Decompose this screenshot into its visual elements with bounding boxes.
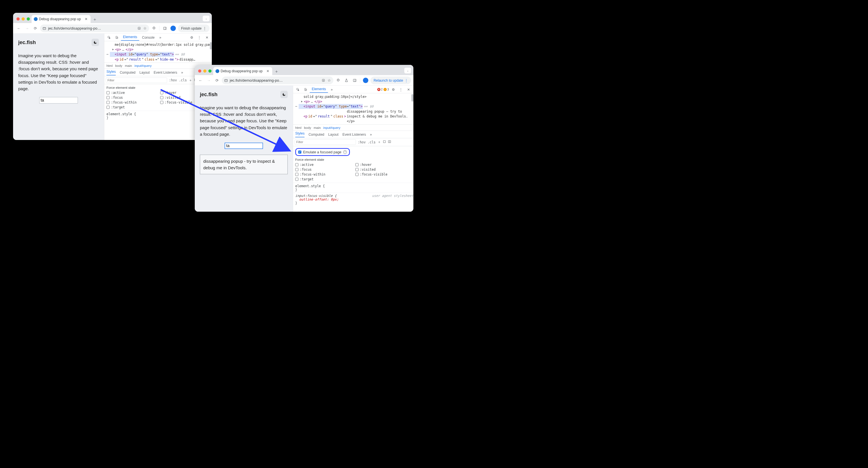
install-app-icon[interactable] [137,26,141,30]
checkbox-icon[interactable] [296,168,299,171]
tab-list-button[interactable]: ⌄ [404,68,411,74]
state-focus[interactable]: :focus [296,168,351,172]
checkbox-icon[interactable] [160,91,163,94]
styles-filter-input[interactable] [295,139,356,145]
dom-line[interactable]: <p id="result" class>dissappearing popup… [295,109,412,124]
checkbox-icon[interactable] [296,163,299,167]
subtab-computed[interactable]: Computed [120,70,135,75]
kebab-icon[interactable]: ⋮ [196,34,203,41]
subtab-event-listeners[interactable]: Event Listeners [343,132,366,136]
dom-line-selected[interactable]: ⋯ <input id="query" type="text"> == $0 [295,104,412,109]
address-bar[interactable]: jec.fish/demo/disappearing-po… ☆ [40,25,149,32]
hov-toggle[interactable]: :hov [169,78,177,82]
update-chip[interactable]: Finish update ⋮ [178,25,210,32]
new-tab-button[interactable]: ＋ [273,68,280,75]
dom-line[interactable]: <p id="result" class="hide-me">dissapp… [106,57,210,62]
state-active[interactable]: :active [106,91,156,95]
close-devtools-icon[interactable]: ✕ [204,34,210,41]
state-visited[interactable]: :visited [355,168,411,172]
crumb[interactable]: body [115,64,122,68]
dark-mode-toggle[interactable] [92,39,99,46]
new-rule-icon[interactable]: ＋ [378,140,381,145]
dom-line[interactable]: <p> … </p> [106,47,210,52]
crumb[interactable]: html [296,126,302,130]
extensions-icon[interactable] [335,77,341,84]
dom-tree[interactable]: me{display:none}#result{border:1px solid… [104,41,212,63]
checkbox-icon[interactable] [160,101,163,104]
scrollbar-thumb[interactable] [210,42,212,50]
bookmark-icon[interactable]: ☆ [327,78,331,82]
install-app-icon[interactable] [321,78,325,82]
inspect-icon[interactable] [106,34,113,41]
dark-mode-toggle[interactable] [280,91,288,98]
subtab-layout[interactable]: Layout [329,132,339,136]
cls-toggle[interactable]: .cls [368,140,376,144]
checkbox-icon[interactable] [355,173,359,176]
site-info-icon[interactable] [42,26,46,30]
subtab-styles[interactable]: Styles [296,131,305,138]
checkbox-icon[interactable] [160,96,163,99]
state-focus-within[interactable]: :focus-within [106,101,156,105]
breadcrumb[interactable]: html body main input#query [293,125,414,131]
close-devtools-icon[interactable]: ✕ [405,86,412,93]
tab-more-icon[interactable]: » [157,34,163,40]
cls-toggle[interactable]: .cls [179,78,187,82]
browser-tab[interactable]: 🔵 Debug disappearing pop up ✕ [32,15,90,23]
close-window-icon[interactable] [198,69,201,72]
crumb-current[interactable]: input#query [134,64,152,68]
browser-tab[interactable]: 🔵 Debug disappearing pop up ✕ [213,67,272,75]
crumb[interactable]: main [125,64,132,68]
gear-icon[interactable]: ⚙ [188,34,195,41]
error-badge[interactable]: ✕2 [377,88,383,91]
subtab-event-listeners[interactable]: Event Listeners [154,70,178,75]
close-tab-icon[interactable]: ✕ [84,17,88,21]
minimize-window-icon[interactable] [22,17,25,21]
device-icon[interactable] [114,34,120,41]
scrollbar-thumb[interactable] [411,94,413,101]
subtab-layout[interactable]: Layout [140,70,150,75]
query-input[interactable] [225,143,263,149]
inspect-icon[interactable] [294,86,301,93]
extensions-icon[interactable] [150,25,157,32]
state-focus-within[interactable]: :focus-within [296,173,351,176]
profile-icon[interactable] [362,77,369,84]
back-button[interactable]: ← [197,77,204,84]
checkbox-icon[interactable] [355,163,359,167]
help-icon[interactable]: ? [343,150,347,154]
profile-icon[interactable] [170,25,177,32]
checkbox-icon[interactable] [106,96,110,99]
checkbox-icon[interactable] [106,101,110,104]
state-target[interactable]: :target [296,178,351,181]
checkbox-icon[interactable] [296,173,299,176]
disclosure-triangle-icon[interactable] [113,49,114,50]
gear-icon[interactable]: ⚙ [390,86,397,93]
update-chip[interactable]: Relaunch to update ⋮ [370,77,411,84]
checkbox-checked-icon[interactable] [298,150,301,154]
reload-button[interactable]: ⟳ [32,25,39,32]
style-rule-element[interactable]: element.style { } [293,183,414,193]
sidepanel-icon[interactable] [351,77,358,84]
forward-button[interactable]: → [205,77,212,84]
state-active[interactable]: :active [296,163,351,167]
emulate-focused-page-option[interactable]: Emulate a focused page ? [296,148,350,156]
subtab-more-icon[interactable]: » [181,70,183,75]
new-rule-icon[interactable]: ＋ [189,78,192,83]
maximize-window-icon[interactable] [208,69,212,72]
crumb[interactable]: body [304,126,311,130]
kebab-icon[interactable]: ⋮ [398,86,404,93]
style-rule-ua[interactable]: user agent stylesheet input:focus-visibl… [293,193,414,206]
site-info-icon[interactable] [224,78,228,82]
checkbox-icon[interactable] [106,91,110,94]
disclosure-triangle-icon[interactable] [301,101,303,103]
address-bar[interactable]: jec.fish/demo/disappearing-po… ☆ [222,77,333,84]
subtab-styles[interactable]: Styles [106,70,116,76]
checkbox-icon[interactable] [106,106,110,109]
dom-tree[interactable]: solid gray;padding:10px}</style> <p> … <… [293,93,414,125]
back-button[interactable]: ← [16,25,22,32]
state-focus-visible[interactable]: :focus-visible [355,173,411,176]
dom-line[interactable]: <p> … </p> [295,99,412,104]
bookmark-icon[interactable]: ☆ [143,26,147,30]
tab-console[interactable]: Console [140,34,157,40]
close-tab-icon[interactable]: ✕ [266,69,270,73]
dom-line-selected[interactable]: ⋯ <input id="query" type="text"> == $0 [106,52,210,57]
